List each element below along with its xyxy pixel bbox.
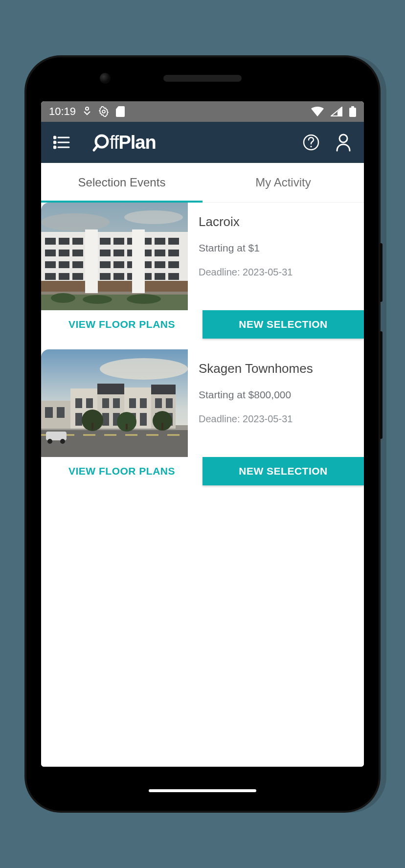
svg-line-11 (94, 145, 98, 150)
svg-point-17 (124, 210, 183, 224)
svg-rect-82 (140, 398, 147, 408)
svg-rect-2 (349, 108, 356, 117)
svg-rect-76 (151, 385, 176, 394)
svg-rect-97 (91, 423, 93, 430)
profile-icon[interactable] (332, 131, 355, 154)
tabs: Selection Events My Activity (41, 163, 364, 203)
svg-rect-53 (72, 273, 83, 280)
svg-rect-63 (132, 229, 145, 293)
svg-rect-42 (59, 261, 69, 268)
svg-point-6 (54, 141, 56, 143)
svg-rect-30 (168, 238, 179, 245)
svg-rect-23 (72, 238, 83, 245)
svg-point-66 (127, 294, 161, 304)
svg-rect-40 (168, 250, 179, 256)
svg-rect-60 (168, 273, 179, 280)
svg-point-0 (86, 107, 89, 110)
svg-point-1 (102, 110, 105, 113)
svg-rect-94 (45, 407, 53, 418)
listing-scroll[interactable]: Lacroix Starting at $1 Deadline: 2023-05… (41, 203, 364, 767)
svg-rect-85 (75, 413, 82, 426)
svg-rect-80 (113, 398, 120, 408)
svg-rect-78 (86, 398, 93, 408)
svg-point-4 (54, 137, 56, 138)
svg-rect-39 (155, 250, 165, 256)
svg-rect-62 (85, 229, 98, 293)
svg-point-8 (54, 146, 56, 148)
svg-rect-3 (351, 106, 354, 108)
phone-side-button (380, 243, 382, 302)
help-icon[interactable] (299, 131, 323, 154)
tab-label: My Activity (255, 176, 311, 189)
svg-rect-51 (45, 273, 56, 280)
svg-rect-29 (155, 238, 165, 245)
phone-camera (100, 73, 111, 84)
listing-card: Skagen Townhomes Starting at $800,000 De… (41, 349, 364, 485)
sdcard-icon (116, 106, 125, 117)
svg-rect-32 (59, 250, 69, 256)
svg-rect-87 (102, 413, 109, 426)
svg-rect-61 (41, 281, 188, 292)
svg-rect-41 (45, 261, 56, 268)
listing-deadline: Deadline: 2023-05-31 (199, 413, 353, 425)
menu-icon[interactable] (50, 131, 73, 154)
svg-point-104 (60, 439, 65, 444)
tab-my-activity[interactable]: My Activity (202, 163, 364, 202)
svg-rect-26 (113, 238, 124, 245)
view-floor-plans-button[interactable]: VIEW FLOOR PLANS (41, 310, 202, 339)
svg-rect-56 (113, 273, 124, 280)
svg-rect-77 (75, 398, 82, 408)
battery-icon (349, 106, 356, 117)
listing-deadline: Deadline: 2023-05-31 (199, 267, 353, 278)
svg-rect-95 (57, 407, 65, 418)
svg-rect-36 (113, 250, 124, 256)
svg-rect-59 (155, 273, 165, 280)
svg-rect-25 (100, 238, 111, 245)
tab-label: Selection Events (78, 176, 166, 189)
listing-thumbnail[interactable] (41, 203, 188, 310)
svg-rect-33 (72, 250, 83, 256)
view-floor-plans-button[interactable]: VIEW FLOOR PLANS (41, 457, 202, 485)
listing-price: Starting at $1 (199, 242, 353, 254)
svg-point-64 (51, 293, 75, 303)
svg-rect-55 (100, 273, 111, 280)
svg-point-103 (47, 439, 52, 444)
svg-rect-22 (59, 238, 69, 245)
tab-selection-events[interactable]: Selection Events (41, 163, 202, 202)
svg-rect-83 (155, 398, 162, 408)
svg-rect-49 (155, 261, 165, 268)
home-indicator (149, 789, 256, 792)
svg-point-68 (100, 358, 188, 380)
svg-rect-90 (140, 413, 147, 426)
svg-rect-43 (72, 261, 83, 268)
svg-rect-84 (166, 398, 173, 408)
listing-title: Skagen Townhomes (199, 361, 353, 376)
priority-icon (83, 106, 91, 117)
svg-rect-50 (168, 261, 179, 268)
svg-rect-21 (45, 238, 56, 245)
listing-card: Lacroix Starting at $1 Deadline: 2023-05… (41, 203, 364, 339)
svg-point-13 (310, 146, 312, 147)
phone-frame: 10:19 (26, 57, 379, 811)
listing-thumbnail[interactable] (41, 349, 188, 457)
screen: 10:19 (41, 101, 364, 767)
status-bar: 10:19 (41, 101, 364, 122)
svg-rect-31 (45, 250, 56, 256)
svg-point-65 (83, 295, 112, 304)
listing-price: Starting at $800,000 (199, 389, 353, 401)
svg-rect-45 (100, 261, 111, 268)
listing-title: Lacroix (199, 214, 353, 229)
svg-rect-46 (113, 261, 124, 268)
wifi-icon (311, 107, 324, 116)
svg-rect-35 (100, 250, 111, 256)
svg-rect-81 (129, 398, 136, 408)
svg-rect-99 (126, 424, 128, 430)
svg-rect-79 (102, 398, 109, 408)
svg-point-14 (339, 135, 347, 142)
new-selection-button[interactable]: NEW SELECTION (202, 457, 364, 485)
app-bar: ffPlan (41, 122, 364, 163)
phone-side-button (380, 331, 382, 439)
gear-icon (98, 106, 109, 117)
new-selection-button[interactable]: NEW SELECTION (202, 310, 364, 339)
phone-speaker (163, 75, 242, 82)
